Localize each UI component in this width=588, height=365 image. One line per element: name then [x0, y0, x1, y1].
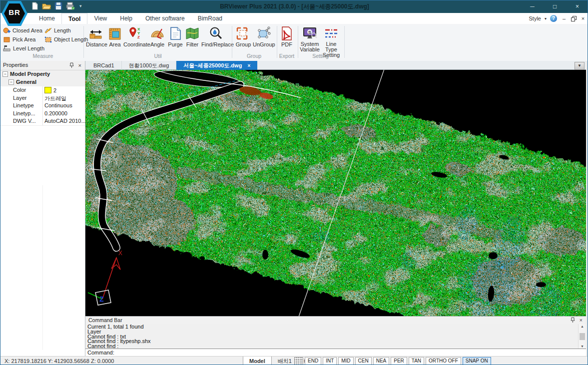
collapse-icon[interactable]: − — [2, 71, 8, 77]
mdi-minimize-icon[interactable]: – — [561, 15, 568, 21]
coordinate-button[interactable]: XYZ Coordinate — [123, 25, 147, 47]
command-log[interactable]: Current 1, total 1 found Layer Cannot fi… — [85, 324, 578, 349]
minimize-button[interactable]: ─ — [521, 0, 544, 13]
filter-button[interactable]: Filter — [184, 25, 200, 47]
drawing-viewport[interactable]: X Z — [85, 70, 586, 316]
tree-item-general[interactable]: − General — [0, 78, 85, 86]
mdi-close-icon[interactable]: × — [580, 15, 587, 21]
menu-bar: Home Tool View Help Other software BimRo… — [0, 13, 588, 24]
coordinate-icon: XYZ — [123, 25, 147, 41]
doc-tab-brcad1[interactable]: BRCad1 — [86, 61, 122, 70]
purge-button[interactable]: Purge — [167, 25, 183, 47]
ungroup-button[interactable]: UnGroup — [253, 25, 275, 47]
svg-text:S: S — [308, 30, 311, 35]
grid-toggle-icon[interactable] — [294, 357, 303, 365]
setting-group-caption: Setting — [299, 53, 342, 59]
command-bar: Command Bar × Current 1, total 1 found L… — [85, 316, 586, 356]
tab-other-software[interactable]: Other software — [139, 13, 191, 24]
color-swatch[interactable] — [44, 87, 51, 93]
title-bar: ▾ BRViewer Plus 2021 (3.0.0) - [서울~세종250… — [0, 0, 588, 13]
property-row-linetype-scale[interactable]: Linetyp... 0.200000 — [0, 110, 85, 118]
logo-text: BR — [1, 8, 27, 16]
scrollbar-thumb[interactable] — [580, 333, 585, 340]
tab-bimroad[interactable]: BimRoad — [191, 13, 229, 24]
osnap-mid-button[interactable]: MID — [338, 357, 353, 365]
property-row-layer[interactable]: Layer 가드레일 — [0, 94, 85, 103]
properties-panel: Properties × − Model Property − General … — [0, 61, 85, 356]
command-bar-close-icon[interactable]: × — [580, 317, 583, 323]
maximize-button[interactable]: □ — [544, 0, 566, 13]
osnap-nea-button[interactable]: NEA — [373, 357, 390, 365]
object-length-icon — [44, 36, 52, 43]
panel-close-icon[interactable]: × — [78, 62, 81, 68]
ucs-z-label: Z — [99, 295, 104, 303]
area-button[interactable]: Area — [107, 25, 123, 47]
filter-icon — [184, 25, 200, 41]
style-caret-icon[interactable]: ▾ — [545, 16, 547, 21]
app-logo[interactable]: BR — [1, 1, 27, 26]
level-length-button[interactable]: Level Length — [3, 44, 44, 52]
osnap-cen-button[interactable]: CEN — [355, 357, 372, 365]
tab-view[interactable]: View — [87, 13, 113, 24]
collapse-icon[interactable]: − — [8, 79, 14, 85]
tab-home[interactable]: Home — [32, 13, 61, 24]
osnap-int-button[interactable]: INT — [323, 357, 337, 365]
scroll-down-icon[interactable]: ▼ — [579, 345, 586, 348]
layout-tab-model[interactable]: Model — [243, 357, 272, 365]
group-group-caption: Group — [233, 53, 275, 59]
area-icon — [107, 25, 123, 41]
osnap-per-button[interactable]: PER — [391, 357, 407, 365]
tab-close-icon[interactable]: × — [247, 63, 250, 68]
window-right-edge — [586, 61, 588, 356]
system-variable-icon: S — [299, 25, 320, 41]
pick-area-button[interactable]: Pick Area — [3, 35, 35, 43]
doc-tab-seoul-sejong[interactable]: 서울~세종25000도.dwg × — [176, 61, 257, 70]
help-icon[interactable]: ? — [550, 15, 557, 22]
distance-button[interactable]: Distance — [86, 25, 106, 47]
angle-button[interactable]: Angle — [148, 25, 166, 47]
tab-help[interactable]: Help — [113, 13, 139, 24]
app-window: ▾ BRViewer Plus 2021 (3.0.0) - [서울~세종250… — [0, 0, 588, 365]
level-length-icon — [3, 45, 11, 52]
distance-icon — [86, 25, 106, 41]
pin-icon[interactable] — [571, 317, 575, 324]
property-row-dwg-version[interactable]: DWG V... AutoCAD 2010... — [0, 117, 85, 126]
find-replace-button[interactable]: Find/Replace — [201, 25, 230, 47]
group-button[interactable]: Group — [234, 25, 253, 47]
window-title: BRViewer Plus 2021 (3.0.0) - [서울~세종25000… — [0, 0, 588, 13]
pin-icon[interactable] — [69, 62, 74, 69]
osnap-tan-button[interactable]: TAN — [409, 357, 424, 365]
scroll-up-icon[interactable]: ▲ — [579, 325, 586, 328]
pdf-icon — [278, 25, 295, 41]
tree-item-model-property[interactable]: − Model Property — [0, 70, 85, 78]
mdi-restore-icon[interactable] — [571, 16, 576, 21]
length-icon — [44, 27, 52, 34]
property-row-linetype[interactable]: Linetype Continuous — [0, 102, 85, 110]
tab-list-dropdown-icon[interactable]: ▼ — [575, 62, 585, 70]
command-log-scrollbar[interactable]: ▲ ▼ — [578, 324, 586, 349]
object-length-button[interactable]: Object Length — [44, 35, 88, 43]
doc-tab-hyunhwang[interactable]: 현황1000도.dwg — [122, 61, 177, 70]
status-bar: X: 217819.18216 Y: 412903.56568 Z: 0.000… — [0, 356, 588, 365]
property-row-color[interactable]: Color 2 — [0, 86, 85, 95]
angle-icon — [148, 25, 166, 41]
closed-area-button[interactable]: Closed Area — [3, 26, 42, 34]
system-variable-button[interactable]: S System Variable — [299, 25, 320, 52]
ucs-x-label: X — [118, 250, 122, 257]
osnap-end-button[interactable]: END — [305, 357, 321, 365]
ungroup-icon — [253, 25, 275, 41]
length-button[interactable]: Length — [44, 26, 71, 34]
command-input[interactable]: Command: — [85, 349, 586, 357]
ortho-toggle-button[interactable]: ORTHO OFF — [426, 357, 461, 365]
util-group-caption: Util — [135, 53, 180, 59]
svg-text:Z: Z — [137, 35, 140, 39]
cursor-coordinates: X: 217819.18216 Y: 412903.56568 Z: 0.000… — [4, 358, 114, 364]
snap-toggle-button[interactable]: SNAP ON — [463, 357, 491, 365]
drawing-canvas[interactable]: X Z — [85, 70, 586, 316]
find-replace-icon — [201, 25, 230, 41]
style-dropdown[interactable]: Style — [529, 15, 541, 21]
pdf-button[interactable]: PDF — [278, 25, 295, 47]
group-icon — [234, 25, 253, 41]
tab-tool[interactable]: Tool — [61, 13, 87, 24]
close-button[interactable]: × — [566, 0, 588, 13]
